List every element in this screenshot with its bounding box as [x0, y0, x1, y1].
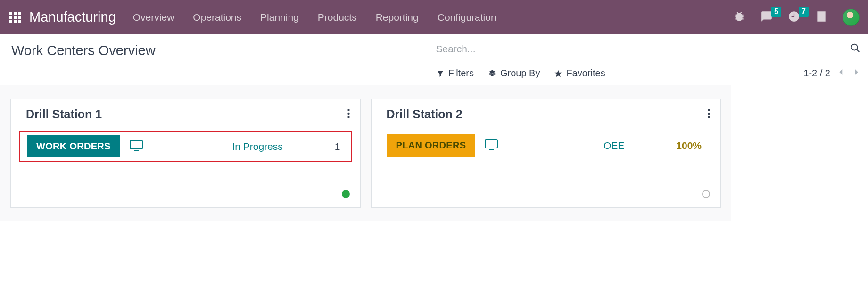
- kebab-icon[interactable]: [708, 107, 710, 121]
- user-avatar[interactable]: [843, 9, 860, 26]
- apps-menu-icon[interactable]: [9, 12, 21, 23]
- page-title: Work Centers Overview: [11, 41, 436, 58]
- messages-icon[interactable]: 5: [761, 10, 773, 25]
- search-icon[interactable]: [850, 43, 860, 55]
- app-title[interactable]: Manufacturing: [29, 9, 116, 25]
- svg-point-7: [708, 109, 710, 111]
- stat-label[interactable]: In Progress: [232, 141, 282, 152]
- search-area: Filters Group By Favorites 1-2 / 2: [436, 41, 861, 79]
- tablet-view-icon[interactable]: [485, 139, 498, 152]
- favorites-label: Favorites: [566, 68, 605, 79]
- stat-value: 1: [335, 141, 340, 152]
- tablet-view-icon[interactable]: [130, 140, 143, 153]
- card-primary-row: PLAN ORDERS OEE 100%: [380, 131, 712, 160]
- stat-value: 100%: [676, 140, 702, 151]
- bug-icon[interactable]: [733, 10, 745, 25]
- pager-next-icon[interactable]: [852, 68, 860, 79]
- svg-line-1: [857, 50, 860, 52]
- card-primary-row: WORK ORDERS In Progress 1: [19, 131, 352, 162]
- filters-label: Filters: [448, 68, 474, 79]
- status-dot[interactable]: [702, 190, 710, 198]
- plan-orders-button[interactable]: PLAN ORDERS: [387, 134, 476, 157]
- pager-prev-icon[interactable]: [837, 68, 845, 79]
- svg-point-2: [347, 109, 349, 111]
- nav-operations[interactable]: Operations: [193, 12, 241, 23]
- activities-icon[interactable]: 7: [788, 10, 800, 25]
- svg-point-4: [347, 116, 349, 118]
- company-icon[interactable]: [815, 10, 827, 25]
- groupby-label: Group By: [500, 68, 540, 79]
- activities-badge: 7: [799, 7, 809, 17]
- nav-configuration[interactable]: Configuration: [438, 12, 496, 23]
- kebab-icon[interactable]: [347, 107, 350, 121]
- svg-point-3: [347, 113, 349, 115]
- nav-products[interactable]: Products: [318, 12, 357, 23]
- nav-planning[interactable]: Planning: [260, 12, 299, 23]
- search-toolbar: Filters Group By Favorites 1-2 / 2: [436, 58, 861, 79]
- workcenter-card[interactable]: Drill Station 1 WORK ORDERS In Progress …: [10, 99, 361, 208]
- favorites-button[interactable]: Favorites: [554, 68, 605, 79]
- pager: 1-2 / 2: [803, 68, 860, 79]
- stat-label[interactable]: OEE: [603, 140, 624, 151]
- nav-reporting[interactable]: Reporting: [376, 12, 419, 23]
- nav-overview[interactable]: Overview: [133, 12, 174, 23]
- workcenter-title: Drill Station 2: [387, 107, 463, 121]
- svg-point-9: [708, 116, 710, 118]
- svg-rect-10: [485, 140, 497, 148]
- workcenter-card[interactable]: Drill Station 2 PLAN ORDERS OEE 100%: [371, 99, 721, 208]
- search-input[interactable]: [436, 43, 851, 55]
- navbar: Manufacturing Overview Operations Planni…: [0, 0, 868, 34]
- groupby-button[interactable]: Group By: [488, 68, 540, 79]
- status-dot[interactable]: [342, 190, 350, 198]
- svg-point-0: [851, 44, 858, 50]
- pager-text: 1-2 / 2: [803, 68, 830, 79]
- filters-button[interactable]: Filters: [436, 68, 474, 79]
- workcenter-title: Drill Station 1: [26, 107, 102, 121]
- nav-right: 5 7: [733, 9, 860, 26]
- svg-rect-5: [130, 140, 142, 149]
- messages-badge: 5: [771, 7, 781, 17]
- kanban-view: Drill Station 1 WORK ORDERS In Progress …: [0, 85, 731, 221]
- control-panel: Work Centers Overview Filters Group By F…: [0, 34, 868, 79]
- nav-menu: Overview Operations Planning Products Re…: [133, 12, 496, 23]
- work-orders-button[interactable]: WORK ORDERS: [27, 135, 120, 157]
- svg-point-8: [708, 113, 710, 115]
